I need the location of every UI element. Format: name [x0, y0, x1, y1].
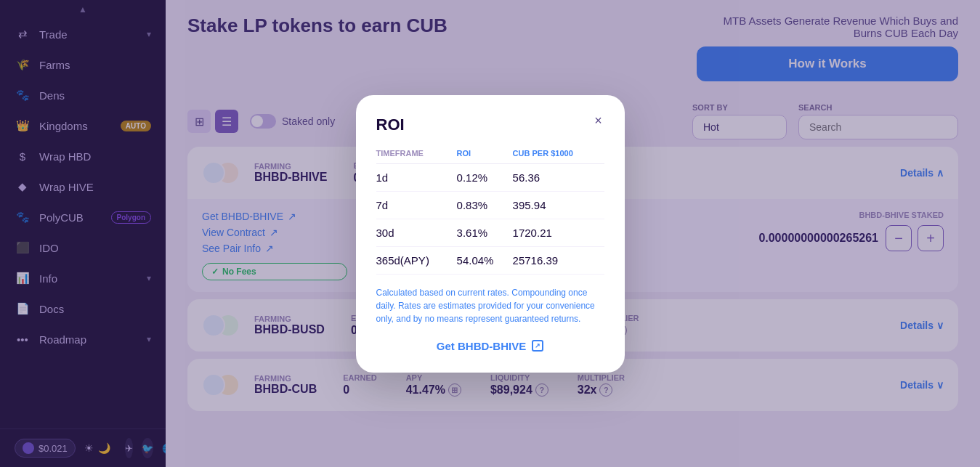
- roi-cub-per-1000: 1720.21: [513, 219, 604, 246]
- external-link-icon: ↗: [532, 340, 543, 352]
- roi-table: TIMEFRAME ROI CUB PER $1000 1d 0.12% 56.…: [376, 149, 604, 275]
- roi-timeframe: 365d(APY): [376, 246, 457, 274]
- modal-close-button[interactable]: ×: [588, 111, 609, 131]
- roi-timeframe: 7d: [376, 191, 457, 219]
- roi-value: 54.04%: [457, 246, 513, 274]
- col-cub-per-1000: CUB PER $1000: [513, 149, 604, 164]
- roi-timeframe: 30d: [376, 219, 457, 246]
- roi-cub-per-1000: 56.36: [513, 163, 604, 191]
- modal-note: Calculated based on current rates. Compo…: [376, 286, 604, 325]
- col-roi: ROI: [457, 149, 513, 164]
- roi-table-row: 30d 3.61% 1720.21: [376, 219, 604, 246]
- roi-value: 3.61%: [457, 219, 513, 246]
- modal-title: ROI: [376, 115, 604, 134]
- roi-value: 0.83%: [457, 191, 513, 219]
- get-bhbd-bhive-button[interactable]: Get BHBD-BHIVE ↗: [376, 340, 604, 352]
- roi-table-row: 7d 0.83% 395.94: [376, 191, 604, 219]
- roi-timeframe: 1d: [376, 163, 457, 191]
- roi-cub-per-1000: 25716.39: [513, 246, 604, 274]
- get-btn-label: Get BHBD-BHIVE: [437, 340, 526, 352]
- roi-table-row: 1d 0.12% 56.36: [376, 163, 604, 191]
- roi-table-row: 365d(APY) 54.04% 25716.39: [376, 246, 604, 274]
- modal-overlay[interactable]: ROI × TIMEFRAME ROI CUB PER $1000 1d 0.1…: [0, 0, 980, 467]
- col-timeframe: TIMEFRAME: [376, 149, 457, 164]
- roi-cub-per-1000: 395.94: [513, 191, 604, 219]
- roi-modal: ROI × TIMEFRAME ROI CUB PER $1000 1d 0.1…: [356, 95, 625, 373]
- roi-value: 0.12%: [457, 163, 513, 191]
